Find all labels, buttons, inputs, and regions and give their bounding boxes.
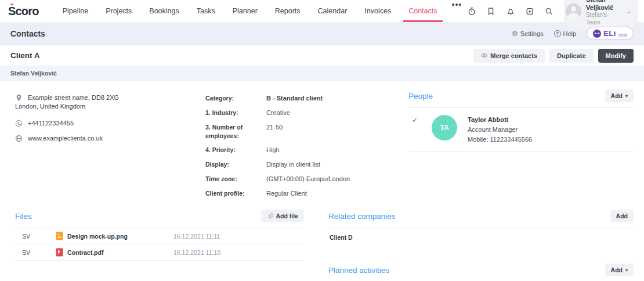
nav-item-reports[interactable]: Reports: [266, 0, 309, 22]
user-name: Stefan Veljković: [586, 0, 621, 12]
phone-number[interactable]: +441122334455: [28, 120, 74, 127]
help-label: Help: [563, 30, 577, 37]
related-companies-section: Related companies Add Client D: [328, 210, 634, 248]
related-company-row[interactable]: Client D: [328, 228, 634, 248]
notifications-icon[interactable]: [506, 6, 515, 16]
client-name-title: Client A: [10, 51, 40, 60]
nav-item-tasks[interactable]: Tasks: [188, 0, 224, 22]
bookmark-icon[interactable]: [487, 6, 495, 16]
field-label: Client profile:: [205, 189, 266, 199]
person-avatar: TA: [432, 115, 457, 140]
file-date: 16.12.2021 11:10: [173, 249, 304, 256]
search-icon[interactable]: [545, 6, 553, 16]
main-nav: Pipeline Projects Bookings Tasks Planner…: [54, 0, 468, 22]
people-section-title[interactable]: People: [408, 92, 433, 100]
file-name[interactable]: Design mock-up.png: [67, 233, 128, 240]
person-name[interactable]: Taylor Abbott: [468, 115, 532, 125]
client-detail-content: Example street name, DD8 2XG London, Uni…: [0, 81, 644, 281]
page-title: Contacts: [10, 29, 45, 38]
field-label: 1. Industry:: [205, 109, 266, 118]
field-value: 21-50: [266, 123, 283, 140]
eli-chat-icon: [593, 30, 601, 38]
nav-item-calendar[interactable]: Calendar: [309, 0, 356, 22]
user-team: Stefan's Team: [586, 12, 621, 26]
planned-activities-add-button[interactable]: Add▾: [605, 264, 634, 276]
nav-item-contacts[interactable]: Contacts: [400, 0, 446, 22]
help-button[interactable]: ? Help: [554, 30, 577, 37]
person-mobile: Mobile: 112233445566: [468, 135, 532, 145]
nav-item-invoices[interactable]: Invoices: [356, 0, 400, 22]
phone-icon: [15, 120, 23, 127]
user-avatar: [566, 3, 581, 19]
top-nav: Scoro Pipeline Projects Bookings Tasks P…: [0, 0, 644, 22]
scoro-logo[interactable]: Scoro: [8, 5, 39, 18]
image-file-icon: [56, 232, 63, 240]
check-icon: ✓: [412, 115, 432, 124]
address-line1: Example street name, DD8 2XG: [28, 94, 119, 101]
eli-chat-button[interactable]: ELi chat: [587, 27, 634, 40]
field-value: (GMT+00:00) Europe/London: [266, 175, 350, 184]
field-value: B - Standard client: [266, 94, 323, 103]
gear-icon: ⚙: [512, 30, 518, 38]
eli-brand: ELi: [603, 29, 616, 38]
duplicate-button[interactable]: Duplicate: [549, 49, 594, 63]
website-link[interactable]: www.exampleclienta.co.uk: [28, 135, 103, 142]
merge-contacts-button[interactable]: Merge contacts: [473, 49, 545, 63]
related-companies-add-button[interactable]: Add: [610, 210, 634, 222]
field-label: 3. Number of employees:: [205, 123, 266, 140]
file-owner-initials: SV: [22, 249, 56, 256]
user-menu[interactable]: Stefan Veljković Stefan's Team ⌄: [564, 0, 638, 28]
website-icon: [15, 135, 23, 142]
owner-bar: Stefan Veljković: [0, 66, 644, 81]
person-role: Account Manager: [468, 125, 532, 135]
planned-activities-section: Planned activities Add▾ Mon, 24.03 13:00…: [328, 264, 634, 281]
pdf-file-icon: [56, 248, 63, 257]
file-row[interactable]: SV Design mock-up.png 16.12.2021 11:11: [15, 228, 304, 244]
related-companies-title[interactable]: Related companies: [328, 212, 396, 221]
location-icon: [15, 94, 23, 102]
help-icon: ?: [554, 30, 561, 37]
modify-button[interactable]: Modify: [598, 49, 634, 63]
field-label: Time zone:: [205, 175, 266, 184]
field-label: Category:: [205, 94, 266, 103]
planned-activities-title[interactable]: Planned activities: [328, 266, 389, 275]
client-header: Client A Merge contacts Duplicate Modify: [0, 45, 644, 66]
add-new-icon[interactable]: [526, 6, 534, 16]
nav-item-bookings[interactable]: Bookings: [140, 0, 187, 22]
chevron-down-icon: ⌄: [626, 8, 631, 15]
file-name[interactable]: Contract.pdf: [67, 249, 103, 256]
settings-label: Settings: [520, 30, 544, 37]
field-value: Regular Client: [266, 189, 307, 199]
paperclip-icon: [267, 213, 273, 219]
field-label: Display:: [205, 160, 266, 170]
files-section: Files Add file SV Design mock-up.png 16.…: [9, 210, 304, 281]
file-row[interactable]: SV Contract.pdf 16.12.2021 11:10: [15, 244, 304, 261]
field-value: Creative: [266, 109, 290, 118]
files-section-title[interactable]: Files: [15, 212, 32, 221]
client-detail-fields: Category:B - Standard client 1. Industry…: [205, 89, 385, 204]
field-value: High: [266, 146, 280, 155]
nav-item-pipeline[interactable]: Pipeline: [54, 0, 97, 22]
field-value: Display in client list: [266, 160, 320, 170]
nav-more-button[interactable]: •••: [446, 0, 468, 22]
timer-icon[interactable]: [468, 6, 476, 16]
people-add-button[interactable]: Add▾: [605, 89, 634, 102]
owner-name[interactable]: Stefan Veljković: [10, 70, 57, 77]
file-owner-initials: SV: [22, 233, 56, 240]
address-line2: London, United Kingdom: [15, 102, 205, 112]
caret-down-icon: ▾: [625, 93, 628, 99]
merge-icon: [481, 52, 487, 59]
field-label: 4. Priority:: [205, 146, 266, 155]
caret-down-icon: ▾: [625, 268, 628, 273]
eli-suffix: chat: [618, 33, 627, 38]
file-date: 16.12.2021 11:11: [173, 233, 304, 240]
nav-item-projects[interactable]: Projects: [97, 0, 140, 22]
people-section: People Add▾ ✓ TA Taylor Abbott Account M…: [385, 89, 634, 204]
person-row[interactable]: ✓ TA Taylor Abbott Account Manager Mobil…: [408, 108, 634, 152]
settings-button[interactable]: ⚙ Settings: [512, 30, 544, 38]
add-file-button[interactable]: Add file: [261, 210, 305, 222]
contact-info: Example street name, DD8 2XG London, Uni…: [9, 89, 205, 204]
nav-item-planner[interactable]: Planner: [224, 0, 266, 22]
